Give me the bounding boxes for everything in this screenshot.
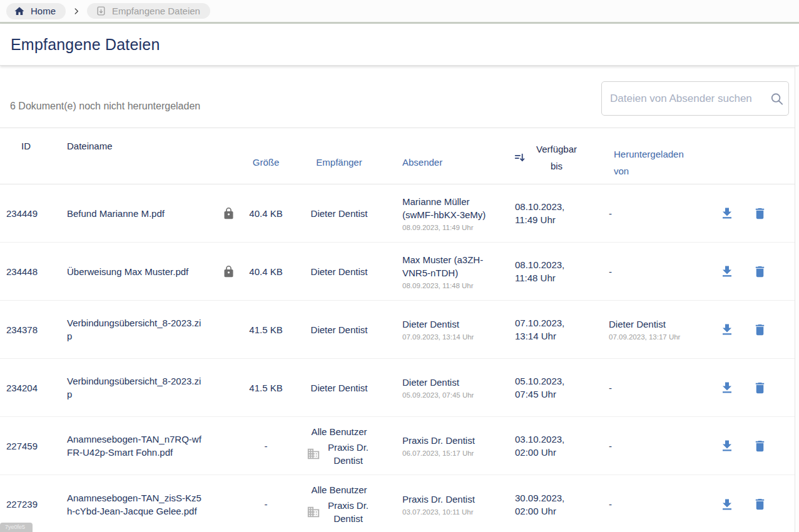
available-until: 30.09.2023, 02:00 Uhr <box>499 491 593 518</box>
file-id: 234448 <box>0 265 60 278</box>
download-button[interactable] <box>720 380 735 395</box>
header-available-until-label: Verfügbar bis <box>534 141 580 174</box>
search-input[interactable] <box>601 81 789 116</box>
download-button[interactable] <box>720 264 735 279</box>
sender-date: 07.09.2023, 13:14 Uhr <box>402 333 487 341</box>
downloaded-by: - <box>593 439 695 453</box>
header-downloaded-by-label: Heruntergeladen von <box>614 146 692 179</box>
recipient-org: Praxis Dr. Dentist <box>325 499 372 525</box>
available-until: 07.10.2023, 13:14 Uhr <box>499 316 593 343</box>
breadcrumb-home[interactable]: Home <box>6 3 66 19</box>
downloaded-by: - <box>593 498 695 511</box>
available-until: 05.10.2023, 07:45 Uhr <box>499 374 593 401</box>
sender-name: Praxis Dr. Dentist <box>402 493 487 506</box>
search-icon[interactable] <box>770 91 784 106</box>
breadcrumb-home-label: Home <box>31 6 56 16</box>
header-size[interactable]: Größe <box>240 128 292 184</box>
building-icon <box>307 505 320 519</box>
table-row: 227459 Anamnesebogen-TAN_n7RQ-wfFR-U42p-… <box>0 417 799 475</box>
header-available-until[interactable]: Verfügbar bis <box>499 128 593 184</box>
sender-name: Marianne Müller (swMF-hbKX-3eMy) <box>402 195 487 221</box>
file-id: 227459 <box>0 439 60 453</box>
available-until: 08.10.2023, 11:48 Uhr <box>499 258 593 284</box>
header-downloaded-by[interactable]: Heruntergeladen von <box>593 128 695 184</box>
sender-date: 03.07.2023, 10:11 Uhr <box>402 508 487 516</box>
building-icon <box>307 447 320 461</box>
header-sender[interactable]: Absender <box>387 128 499 184</box>
downloaded-date: 07.09.2023, 13:17 Uhr <box>609 333 688 341</box>
chevron-right-icon <box>72 7 81 16</box>
recipient-all-users: Alle Benutzer <box>311 425 367 438</box>
recipient: Dieter Dentist <box>292 381 387 394</box>
table-row: 227239 Anamnesebogen-TAN_zisS-Kz5h-cYbd-… <box>0 475 799 532</box>
download-button[interactable] <box>720 438 735 453</box>
delete-button[interactable] <box>753 497 767 511</box>
table-row: 234449 Befund Marianne M.pdf 40.4 KB Die… <box>0 184 799 243</box>
sender-name: Dieter Dentist <box>402 376 487 389</box>
delete-button[interactable] <box>753 323 767 337</box>
available-until: 08.10.2023, 11:49 Uhr <box>499 200 593 226</box>
table-row: 234448 Überweisung Max Muster.pdf 40.4 K… <box>0 243 799 301</box>
header-filename: Dateiname <box>60 128 216 184</box>
table-row: 234378 Verbindungsübersicht_8-2023.zip 4… <box>0 301 799 359</box>
file-size: 40.4 KB <box>240 207 292 220</box>
file-name: Verbindungsübersicht_8-2023.zip <box>60 371 216 404</box>
breadcrumb-current[interactable]: Empfangene Dateien <box>87 3 210 19</box>
table-row: 234204 Verbindungsübersicht_8-2023.zip 4… <box>0 359 799 417</box>
file-id: 227239 <box>0 498 60 511</box>
file-name: Verbindungsübersicht_8-2023.zip <box>60 313 216 346</box>
download-button[interactable] <box>720 322 735 337</box>
file-name: Überweisung Max Muster.pdf <box>60 261 216 282</box>
status-text: 6 Dokument(e) noch nicht heruntergeladen <box>10 101 200 112</box>
files-table: ID Dateiname Größe Empfänger Absender Ve… <box>0 128 799 532</box>
recipient: Dieter Dentist <box>292 265 387 278</box>
sender-date: 08.09.2023, 11:48 Uhr <box>402 281 487 290</box>
sort-descending-icon[interactable] <box>513 151 526 164</box>
sender-date: 05.09.2023, 07:45 Uhr <box>402 391 487 399</box>
file-size: - <box>240 439 292 453</box>
table-header-row: ID Dateiname Größe Empfänger Absender Ve… <box>0 128 799 184</box>
recipient: Dieter Dentist <box>292 323 387 336</box>
downloaded-by: - <box>593 265 695 278</box>
search-box <box>601 81 789 116</box>
downloaded-by: Dieter Dentist <box>609 318 688 331</box>
sender-date: 08.09.2023, 11:49 Uhr <box>402 223 487 232</box>
recipient-org: Praxis Dr. Dentist <box>325 441 372 467</box>
file-id: 234204 <box>0 381 60 394</box>
download-button[interactable] <box>720 206 735 221</box>
lock-icon <box>222 207 235 220</box>
sender-date: 06.07.2023, 15:17 Uhr <box>402 449 487 458</box>
delete-button[interactable] <box>753 206 767 221</box>
toolbar: 6 Dokument(e) noch nicht heruntergeladen <box>0 66 799 116</box>
breadcrumb-current-label: Empfangene Dateien <box>112 6 200 16</box>
header-id: ID <box>0 128 60 184</box>
delete-button[interactable] <box>753 439 767 453</box>
file-size: 40.4 KB <box>240 265 292 278</box>
file-size: - <box>240 498 292 511</box>
file-name: Befund Marianne M.pdf <box>60 203 216 224</box>
downloaded-by: - <box>593 381 695 394</box>
title-bar: Empfangene Dateien <box>0 24 799 66</box>
home-icon <box>14 6 25 17</box>
page-title: Empfangene Dateien <box>11 36 160 54</box>
file-download-icon <box>96 6 106 16</box>
header-recipient[interactable]: Empfänger <box>292 128 387 184</box>
file-name: Anamnesebogen-TAN_zisS-Kz5h-cYbd-Jean-Ja… <box>60 488 216 521</box>
lock-icon <box>222 265 235 278</box>
sender-name: Max Muster (a3ZH-VNR5-nTDH) <box>402 253 487 279</box>
corner-badge: 7ye0fe5 <box>0 523 33 532</box>
breadcrumb: Home Empfangene Dateien <box>0 0 799 24</box>
delete-button[interactable] <box>753 381 767 395</box>
file-id: 234449 <box>0 207 60 220</box>
download-button[interactable] <box>720 497 735 512</box>
delete-button[interactable] <box>753 264 767 279</box>
downloaded-by: - <box>593 207 695 220</box>
sender-name: Praxis Dr. Dentist <box>402 434 487 447</box>
scrollbar-track[interactable] <box>795 67 799 532</box>
file-size: 41.5 KB <box>240 323 292 336</box>
recipient: Dieter Dentist <box>292 207 387 220</box>
sender-name: Dieter Dentist <box>402 318 487 331</box>
file-id: 234378 <box>0 323 60 336</box>
available-until: 03.10.2023, 02:00 Uhr <box>499 433 593 459</box>
recipient-all-users: Alle Benutzer <box>311 483 367 496</box>
